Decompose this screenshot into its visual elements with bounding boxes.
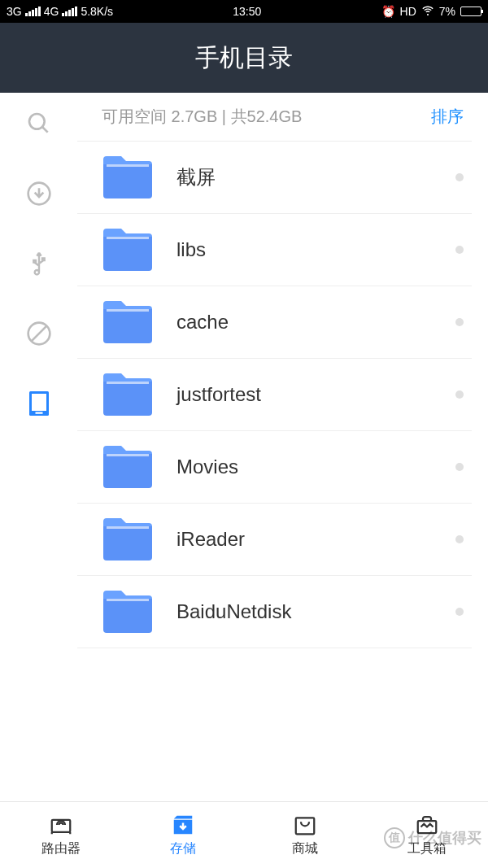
network-3g: 3G (7, 5, 22, 18)
folder-action-dot[interactable] (455, 173, 464, 181)
svg-rect-8 (107, 164, 149, 167)
svg-rect-10 (107, 309, 149, 312)
signal-bars-icon (62, 7, 77, 16)
watermark: 值 什么值得买 (384, 827, 481, 848)
folder-name: cache (176, 311, 455, 334)
network-4g: 4G (44, 5, 59, 18)
svg-rect-12 (107, 454, 149, 456)
status-left: 3G 4G 5.8K/s (7, 5, 113, 18)
folder-name: Movies (176, 456, 455, 478)
sidebar-search[interactable] (23, 107, 55, 140)
status-time: 13:50 (233, 5, 261, 18)
hd-label: HD (400, 5, 416, 18)
content: 可用空间 2.7GB | 共52.4GB 排序 截屏libscachejustf… (77, 93, 488, 801)
sidebar-download[interactable] (23, 177, 55, 210)
folder-action-dot[interactable] (455, 463, 464, 471)
network-speed: 5.8K/s (81, 5, 113, 18)
shop-icon (293, 813, 317, 837)
svg-rect-13 (107, 526, 149, 529)
download-circle-icon (26, 181, 52, 207)
alarm-icon: ⏰ (381, 5, 395, 18)
battery-icon (460, 7, 481, 16)
svg-rect-9 (107, 237, 149, 239)
nav-storage-label: 存储 (170, 840, 196, 857)
storage-info-row: 可用空间 2.7GB | 共52.4GB 排序 (77, 93, 472, 142)
folder-action-dot[interactable] (455, 608, 464, 616)
folder-icon (102, 372, 154, 417)
svg-rect-11 (107, 382, 149, 384)
sidebar-usb[interactable] (23, 247, 55, 280)
folder-list: 截屏libscachejustfortestMoviesiReaderBaidu… (77, 142, 472, 648)
folder-icon (102, 589, 154, 635)
folder-name: BaiduNetdisk (176, 600, 455, 623)
sidebar-phone[interactable] (23, 387, 55, 420)
search-icon (26, 111, 52, 137)
usb-icon (26, 251, 52, 277)
folder-name: 截屏 (176, 164, 455, 190)
tablet-icon (24, 389, 54, 418)
svg-point-0 (29, 114, 45, 129)
folder-action-dot[interactable] (455, 535, 464, 543)
folder-row[interactable]: BaiduNetdisk (77, 576, 472, 648)
folder-icon (102, 227, 154, 273)
status-bar: 3G 4G 5.8K/s 13:50 ⏰ HD 7% (0, 0, 488, 23)
folder-icon (102, 299, 154, 345)
svg-rect-7 (35, 412, 42, 414)
sidebar (0, 93, 77, 801)
svg-rect-14 (107, 599, 149, 601)
wifi-icon (421, 4, 434, 20)
folder-name: iReader (176, 528, 455, 551)
folder-icon (102, 517, 154, 562)
folder-row[interactable]: cache (77, 286, 472, 359)
body: 可用空间 2.7GB | 共52.4GB 排序 截屏libscachejustf… (0, 93, 488, 801)
page-title: 手机目录 (195, 41, 293, 75)
svg-line-1 (42, 127, 48, 133)
battery-pct: 7% (439, 5, 455, 18)
folder-action-dot[interactable] (455, 318, 464, 326)
svg-line-4 (31, 326, 46, 342)
folder-row[interactable]: libs (77, 214, 472, 286)
nav-shop[interactable]: 商城 (244, 802, 366, 868)
page-header: 手机目录 (0, 23, 488, 93)
storage-icon (171, 813, 195, 837)
folder-row[interactable]: 截屏 (77, 142, 472, 214)
nav-router-label: 路由器 (41, 840, 81, 857)
nav-storage[interactable]: 存储 (122, 802, 244, 868)
folder-name: libs (176, 238, 455, 261)
folder-name: justfortest (176, 383, 455, 406)
watermark-badge: 值 (384, 827, 405, 848)
router-icon (49, 813, 73, 837)
folder-row[interactable]: justfortest (77, 359, 472, 431)
sort-button[interactable]: 排序 (431, 106, 464, 128)
folder-action-dot[interactable] (455, 246, 464, 254)
storage-text: 可用空间 2.7GB | 共52.4GB (102, 106, 302, 128)
nav-shop-label: 商城 (292, 840, 318, 857)
nav-router[interactable]: 路由器 (0, 802, 122, 868)
folder-action-dot[interactable] (455, 390, 464, 399)
signal-bars-icon (25, 7, 41, 16)
status-right: ⏰ HD 7% (381, 4, 481, 20)
folder-row[interactable]: iReader (77, 504, 472, 576)
folder-icon (102, 444, 154, 490)
no-entry-icon (26, 321, 52, 347)
folder-row[interactable]: Movies (77, 431, 472, 504)
svg-rect-6 (32, 394, 46, 411)
folder-icon (102, 155, 154, 200)
sidebar-disc[interactable] (23, 317, 55, 350)
watermark-text: 什么值得买 (408, 828, 481, 848)
